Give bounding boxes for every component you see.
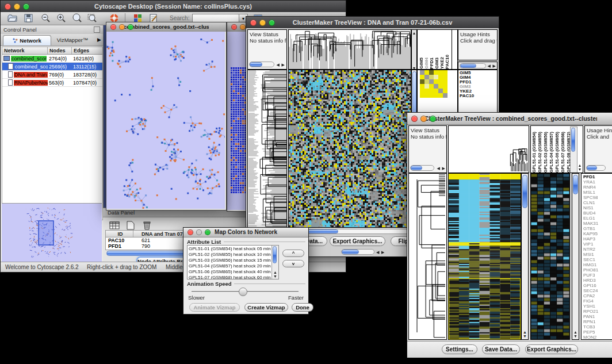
tv1-bottom-scrollbar[interactable] <box>341 249 374 255</box>
scroll-up-icon[interactable]: ▲ <box>577 163 582 167</box>
tv2-column-label[interactable]: GPL51-06 (GSM865) <box>554 132 560 173</box>
tv1-row-dendrogram[interactable] <box>247 70 287 228</box>
close-button[interactable] <box>250 20 257 26</box>
speed-slider-thumb[interactable] <box>239 288 247 296</box>
tv2-heatmap[interactable] <box>448 173 521 340</box>
zoom-selected-icon[interactable] <box>85 12 99 24</box>
tv2-zoom-heatmap[interactable] <box>530 173 570 340</box>
tv1-column-label[interactable]: PFD1 <box>429 58 434 69</box>
tv1-column-label[interactable]: PAC10 <box>445 55 450 69</box>
tv2-gene-label[interactable]: GPI16 <box>583 283 612 288</box>
tv2-column-label[interactable]: GPL51-01 (GSM854) <box>531 132 537 173</box>
new-attribute-icon[interactable] <box>124 219 137 231</box>
tv2-settings-button[interactable]: Settings... <box>442 344 477 354</box>
tv2-gene-label[interactable]: PHO81 <box>583 267 612 273</box>
network-navigator[interactable] <box>2 203 102 262</box>
tv2-heatmap-vscrollbar[interactable]: ▲ ▼ <box>521 173 529 340</box>
close-button[interactable] <box>188 229 193 235</box>
tv2-gene-label[interactable]: YRA1 <box>583 179 612 185</box>
close-button[interactable] <box>5 3 11 10</box>
scroll-right-icon[interactable]: ▶ <box>381 250 384 254</box>
search-input[interactable] <box>192 14 240 22</box>
minimize-button[interactable] <box>196 229 202 235</box>
tv2-gene-label[interactable]: HAP3 <box>583 236 612 242</box>
treeview2-titlebar[interactable]: ClusterMaker TreeView : combined_scores_… <box>407 113 612 125</box>
tv2-gene-label[interactable]: NTR2 <box>583 247 612 252</box>
zoom-button[interactable] <box>269 20 275 26</box>
tv1-export-graphics-button[interactable]: Export Graphics... <box>330 236 385 246</box>
move-down-button[interactable]: v <box>282 260 304 267</box>
scroll-up-icon[interactable]: ▲ <box>572 330 579 334</box>
delete-attribute-icon[interactable] <box>140 219 154 231</box>
close-button[interactable] <box>231 24 237 30</box>
tv2-gene-label[interactable]: RNR4 <box>583 185 612 190</box>
tv2-row-dendrogram[interactable] <box>408 173 447 340</box>
treeview1-titlebar[interactable]: ClusterMaker TreeView : DNA and Tran 07-… <box>246 17 499 28</box>
tv2-gene-label[interactable]: PAN1 <box>583 314 612 319</box>
attribute-item[interactable]: GPL51-06 (GSM865) heat shock 40 min <box>189 269 278 275</box>
tv2-column-label[interactable]: GPL51-04 (GSM857) <box>549 132 554 173</box>
tv2-gene-label[interactable]: NIS1 <box>583 205 612 210</box>
minimize-button[interactable] <box>14 3 20 10</box>
tv2-gene-label[interactable]: BUD4 <box>583 210 612 216</box>
tv2-gene-label[interactable]: HMG1 <box>583 262 612 267</box>
tab-overflow-arrow[interactable]: ▶ <box>97 37 101 43</box>
scroll-down-icon[interactable]: ▼ <box>272 274 278 278</box>
zoom-button[interactable] <box>128 24 133 30</box>
tv2-status-scrollbar[interactable] <box>410 165 434 171</box>
tv2-gene-label[interactable]: MON2 <box>583 335 612 340</box>
network-window-titlebar[interactable]: combined_scores_good.txt--cluste... <box>106 22 226 32</box>
tv2-gene-label[interactable]: MAK31 <box>583 221 612 226</box>
tv2-gene-label[interactable]: CLN1 <box>583 200 612 205</box>
scroll-left-icon[interactable]: ◀ <box>277 63 280 67</box>
tv1-column-label[interactable]: GIM5 <box>419 58 424 69</box>
tv2-gene-label[interactable]: GTB1 <box>583 226 612 231</box>
tv2-gene-label[interactable]: TCB3 <box>583 324 612 329</box>
save-session-button[interactable] <box>21 12 35 24</box>
network-row[interactable]: combined_scores2764(0)16218(0) <box>2 55 102 63</box>
network-row[interactable]: DNA and Tran 07769(0)183728(0) <box>2 71 102 79</box>
tv1-usage-scrollbar[interactable] <box>460 63 486 68</box>
close-button[interactable] <box>411 116 418 122</box>
tv2-column-dendrogram[interactable] <box>448 125 529 173</box>
tv2-column-label[interactable]: GPL51-02 (GSM855) <box>537 132 543 173</box>
attribute-item[interactable]: GPL51-02 (GSM855) heat shock 10 min <box>189 252 278 258</box>
zoom-in-icon[interactable] <box>54 12 68 24</box>
network-canvas[interactable] <box>106 32 225 209</box>
zoom-out-icon[interactable] <box>39 12 52 24</box>
animate-vizmap-button[interactable]: Animate Vizmap <box>189 303 240 312</box>
tv1-column-dendrogram[interactable] <box>288 29 411 70</box>
tv2-save-data-button[interactable]: Save Data... <box>482 344 520 354</box>
tv2-gene-label[interactable]: PFD1 <box>583 174 612 179</box>
network-table-header[interactable]: Network Nodes Edges <box>2 47 102 55</box>
tv2-gene-label[interactable]: SPC98 <box>583 195 612 200</box>
tv1-status-scrollbar[interactable] <box>249 62 274 67</box>
float-panel-icon[interactable] <box>94 26 100 33</box>
tv2-zoom-vscrollbar[interactable]: ▲ ▼ <box>572 173 579 340</box>
zoom-button[interactable] <box>430 116 436 122</box>
minimize-button[interactable] <box>259 20 266 26</box>
zoom-fit-icon[interactable] <box>70 12 83 24</box>
scroll-down-icon[interactable]: ▼ <box>522 334 528 338</box>
tv2-gene-label[interactable]: FIG4 <box>583 298 612 304</box>
attribute-item[interactable]: GPL51-03 (GSM856) heat shock 15 min <box>189 258 278 263</box>
tv2-gene-label[interactable]: VIP1 <box>583 242 612 247</box>
tv2-gene-label[interactable]: SEC1 <box>583 257 612 262</box>
tv2-column-label[interactable]: GPL51-03 (GSM856) <box>543 132 549 173</box>
done-button[interactable]: Done <box>292 303 313 312</box>
tv2-gene-label[interactable]: KAP95 <box>583 231 612 236</box>
tv2-gene-label[interactable]: RPO21 <box>583 309 612 314</box>
tv2-gene-label[interactable]: MSI1 <box>583 252 612 257</box>
scroll-up-icon[interactable]: ▲ <box>522 330 528 334</box>
network-row[interactable]: RNAPuberNov2+563(0)107847(0) <box>2 79 102 87</box>
move-up-button[interactable]: ^ <box>282 250 304 257</box>
tv2-gene-label[interactable]: CPA2 <box>583 293 612 298</box>
tv2-usage-scrollbar[interactable] <box>586 165 606 171</box>
tv2-gene-label[interactable]: YSH1 <box>583 304 612 309</box>
create-vizmap-button[interactable]: Create Vizmap <box>244 303 288 312</box>
close-button[interactable] <box>110 24 116 30</box>
dialog-titlebar[interactable]: Map Colors to Network <box>183 228 308 237</box>
attribute-item[interactable]: GPL51-07 (GSM868) heat shock 60 min <box>189 275 278 279</box>
tv2-export-graphics-button[interactable]: Export Graphics... <box>525 344 578 354</box>
attribute-item[interactable]: GPL51-04 (GSM857) heat shock 20 min <box>189 263 278 269</box>
